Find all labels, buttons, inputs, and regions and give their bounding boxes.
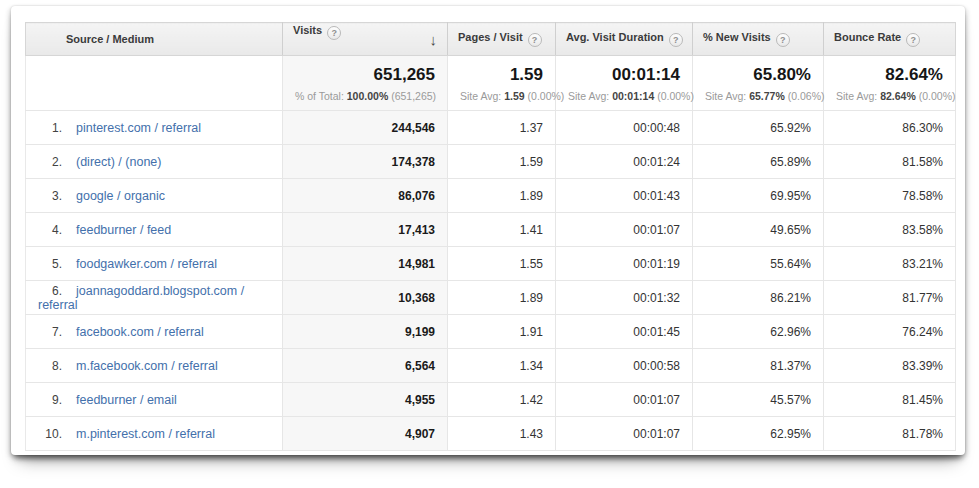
avg-duration-value: 00:01:24 [556, 145, 693, 179]
visits-value: 17,413 [283, 213, 448, 247]
bounce-rate-value: 83.58% [824, 213, 956, 247]
new-visits-value: 55.64% [693, 247, 824, 281]
row-rank: 10. [38, 427, 62, 441]
pages-per-visit-value: 1.41 [448, 213, 556, 247]
pages-per-visit-value: 1.91 [448, 315, 556, 349]
totals-duration-cell: 00:01:14 Site Avg: 00:01:14 (0.00%) [556, 56, 693, 111]
column-header-visits[interactable]: Visits? ↓ [283, 23, 448, 56]
pages-per-visit-value: 1.59 [448, 145, 556, 179]
new-visits-value: 81.37% [693, 349, 824, 383]
visits-value: 244,546 [283, 111, 448, 145]
totals-visits-cell: 651,265 % of Total: 100.00% (651,265) [283, 56, 448, 111]
bounce-rate-value: 81.78% [824, 417, 956, 451]
source-medium-link[interactable]: m.pinterest.com / referral [76, 427, 215, 441]
avg-duration-value: 00:00:48 [556, 111, 693, 145]
row-rank: 7. [38, 325, 62, 339]
visits-value: 6,564 [283, 349, 448, 383]
source-medium-link[interactable]: joannagoddard.blogspot.com / referral [38, 284, 244, 312]
new-visits-value: 69.95% [693, 179, 824, 213]
source-medium-link[interactable]: m.facebook.com / referral [76, 359, 218, 373]
column-label: Avg. Visit Duration [566, 31, 664, 43]
help-icon[interactable]: ? [669, 33, 683, 47]
table-header-row: Source / Medium Visits? ↓ Pages / Visit?… [26, 23, 956, 56]
new-visits-value: 86.21% [693, 281, 824, 315]
row-rank: 6. [38, 284, 62, 298]
source-cell: 9.feedburner / email [26, 383, 283, 417]
source-medium-link[interactable]: facebook.com / referral [76, 325, 204, 339]
source-medium-link[interactable]: (direct) / (none) [76, 155, 161, 169]
new-visits-value: 45.57% [693, 383, 824, 417]
totals-empty-cell [26, 56, 283, 111]
row-rank: 4. [38, 223, 62, 237]
row-rank: 9. [38, 393, 62, 407]
bounce-rate-value: 86.30% [824, 111, 956, 145]
column-label: % New Visits [703, 31, 771, 43]
column-label: Pages / Visit [458, 31, 523, 43]
source-medium-link[interactable]: feedburner / feed [76, 223, 171, 237]
column-header-avg-visit-duration[interactable]: Avg. Visit Duration? [556, 23, 693, 56]
totals-row: 651,265 % of Total: 100.00% (651,265) 1.… [26, 56, 956, 111]
help-icon[interactable]: ? [776, 33, 790, 47]
column-header-percent-new-visits[interactable]: % New Visits? [693, 23, 824, 56]
avg-duration-value: 00:01:07 [556, 383, 693, 417]
avg-duration-value: 00:00:58 [556, 349, 693, 383]
bounce-rate-value: 81.77% [824, 281, 956, 315]
totals-bounce-cell: 82.64% Site Avg: 82.64% (0.00%) [824, 56, 956, 111]
table-row: 4.feedburner / feed 17,413 1.41 00:01:07… [26, 213, 956, 247]
table-row: 6.joannagoddard.blogspot.com / referral … [26, 281, 956, 315]
help-icon[interactable]: ? [906, 33, 920, 47]
pages-per-visit-value: 1.37 [448, 111, 556, 145]
avg-duration-value: 00:01:07 [556, 213, 693, 247]
pages-per-visit-value: 1.43 [448, 417, 556, 451]
table-row: 2.(direct) / (none) 174,378 1.59 00:01:2… [26, 145, 956, 179]
help-icon[interactable]: ? [528, 33, 542, 47]
column-header-bounce-rate[interactable]: Bounce Rate? [824, 23, 956, 56]
table-row: 1.pinterest.com / referral 244,546 1.37 … [26, 111, 956, 145]
visits-value: 9,199 [283, 315, 448, 349]
pages-per-visit-value: 1.34 [448, 349, 556, 383]
source-medium-link[interactable]: feedburner / email [76, 393, 177, 407]
source-medium-table: Source / Medium Visits? ↓ Pages / Visit?… [25, 22, 956, 451]
avg-duration-value: 00:01:43 [556, 179, 693, 213]
analytics-report-card: Source / Medium Visits? ↓ Pages / Visit?… [11, 6, 965, 455]
table-row: 7.facebook.com / referral 9,199 1.91 00:… [26, 315, 956, 349]
totals-new-visits-cell: 65.80% Site Avg: 65.77% (0.06%) [693, 56, 824, 111]
source-medium-link[interactable]: google / organic [76, 189, 165, 203]
source-cell: 10.m.pinterest.com / referral [26, 417, 283, 451]
table-row: 9.feedburner / email 4,955 1.42 00:01:07… [26, 383, 956, 417]
new-visits-value: 65.92% [693, 111, 824, 145]
table-row: 5.foodgawker.com / referral 14,981 1.55 … [26, 247, 956, 281]
pages-per-visit-value: 1.89 [448, 179, 556, 213]
source-medium-link[interactable]: foodgawker.com / referral [76, 257, 217, 271]
source-cell: 4.feedburner / feed [26, 213, 283, 247]
visits-value: 4,955 [283, 383, 448, 417]
bounce-rate-value: 83.39% [824, 349, 956, 383]
avg-duration-value: 00:01:32 [556, 281, 693, 315]
bounce-rate-value: 76.24% [824, 315, 956, 349]
visits-value: 10,368 [283, 281, 448, 315]
screenshot-stage: Source / Medium Visits? ↓ Pages / Visit?… [0, 0, 979, 488]
sort-descending-icon[interactable]: ↓ [430, 24, 438, 55]
pages-per-visit-value: 1.42 [448, 383, 556, 417]
new-visits-value: 62.95% [693, 417, 824, 451]
row-rank: 5. [38, 257, 62, 271]
column-label: Bounce Rate [834, 31, 901, 43]
source-medium-link[interactable]: pinterest.com / referral [76, 121, 201, 135]
column-header-pages-per-visit[interactable]: Pages / Visit? [448, 23, 556, 56]
pages-per-visit-value: 1.55 [448, 247, 556, 281]
new-visits-value: 65.89% [693, 145, 824, 179]
row-rank: 2. [38, 155, 62, 169]
help-icon[interactable]: ? [327, 26, 341, 40]
new-visits-value: 62.96% [693, 315, 824, 349]
row-rank: 3. [38, 189, 62, 203]
column-header-source-medium[interactable]: Source / Medium [26, 23, 283, 56]
visits-value: 86,076 [283, 179, 448, 213]
bounce-rate-value: 81.45% [824, 383, 956, 417]
column-label: Source / Medium [66, 33, 154, 45]
bounce-rate-value: 78.58% [824, 179, 956, 213]
avg-duration-value: 00:01:45 [556, 315, 693, 349]
visits-value: 174,378 [283, 145, 448, 179]
avg-duration-value: 00:01:07 [556, 417, 693, 451]
table-row: 3.google / organic 86,076 1.89 00:01:43 … [26, 179, 956, 213]
pages-per-visit-value: 1.89 [448, 281, 556, 315]
